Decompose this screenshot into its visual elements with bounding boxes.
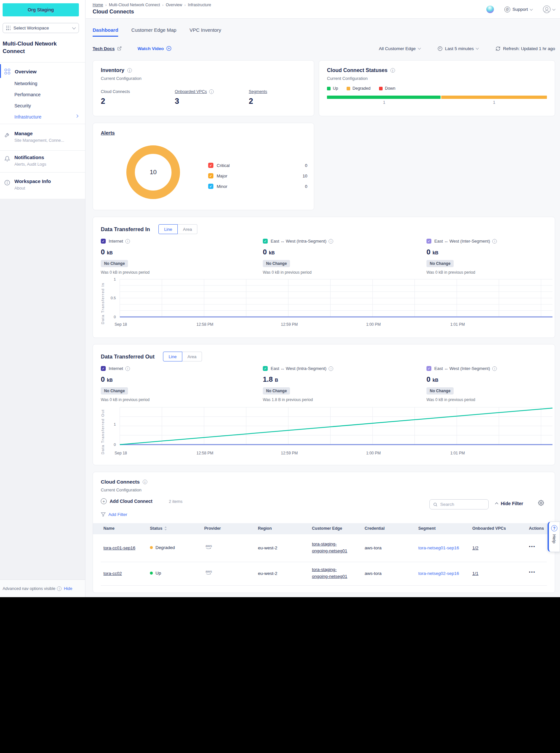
alerts-donut-chart: 10 xyxy=(126,145,180,199)
onboarded-vpcs-link[interactable]: Onboarded VPCs xyxy=(175,90,207,94)
info-icon[interactable] xyxy=(125,239,130,243)
tab-dashboard[interactable]: Dashboard xyxy=(93,27,118,37)
add-cloud-connect-button[interactable]: + Add Cloud Connect xyxy=(101,498,153,504)
tab-customer-edge-map[interactable]: Customer Edge Map xyxy=(131,27,176,37)
support-menu[interactable]: @ Support xyxy=(504,6,533,13)
dti-line-area-toggle: Line Area xyxy=(158,224,197,234)
main-area: Home › Multi-Cloud Network Connect › Ove… xyxy=(86,0,560,596)
sidebar-item-workspace-info[interactable]: Workspace Info About xyxy=(0,178,85,191)
row-actions-button[interactable]: ••• xyxy=(529,570,536,575)
info-icon[interactable] xyxy=(492,239,497,243)
change-badge: No Change xyxy=(101,387,128,395)
user-menu[interactable] xyxy=(543,5,555,13)
sidebar-item-performance[interactable]: Performance xyxy=(0,89,85,100)
watch-video-link[interactable]: Watch Video xyxy=(138,46,171,51)
info-icon[interactable] xyxy=(125,366,130,371)
breadcrumb-overview[interactable]: Overview xyxy=(166,3,182,7)
line-toggle[interactable]: Line xyxy=(158,224,178,234)
x-tick: 1:01 PM xyxy=(451,451,465,455)
toolbar: Tech Docs Watch Video All Customer Edge … xyxy=(93,46,555,51)
sort-icon xyxy=(164,527,167,530)
up-bar-segment[interactable] xyxy=(327,96,441,99)
internet-checkbox[interactable]: ✓ xyxy=(101,239,106,243)
info-icon[interactable] xyxy=(209,90,214,94)
area-toggle[interactable]: Area xyxy=(178,224,197,234)
workspace-select[interactable]: Select Workspace xyxy=(3,23,79,33)
items-count: 2 items xyxy=(169,499,183,504)
breadcrumb-mcn[interactable]: Multi-Cloud Network Connect xyxy=(109,3,160,7)
vpcs-link[interactable]: 1/2 xyxy=(472,546,479,550)
minor-checkbox[interactable]: ✓ xyxy=(208,184,214,189)
help-widget[interactable]: ? Help xyxy=(547,521,560,552)
vpcs-link[interactable]: 1/1 xyxy=(472,571,479,576)
breadcrumb-home[interactable]: Home xyxy=(93,3,103,7)
alerts-card: Alerts 10 ✓ Critical 0 ✓ Major xyxy=(93,123,314,210)
dto-inter-metric: ✓East ↔ West (Inter-Segment) 0 kB No Cha… xyxy=(426,366,560,402)
internet-checkbox[interactable]: ✓ xyxy=(101,366,106,371)
cc-name-link[interactable]: tora-cc02 xyxy=(103,571,122,576)
sidebar-item-infrastructure[interactable]: Infrastructure xyxy=(0,111,85,122)
customer-edge-link[interactable]: ongoing-netseg01 xyxy=(312,548,347,553)
product-title: Multi-Cloud Network Connect xyxy=(3,40,78,55)
status-badge: Degraded xyxy=(150,545,175,550)
hide-nav-link[interactable]: Hide xyxy=(64,586,72,591)
critical-checkbox[interactable]: ✓ xyxy=(208,163,214,168)
refresh-button[interactable]: Refresh: Updated 1 hr ago xyxy=(496,46,555,51)
table-settings-button[interactable] xyxy=(538,500,544,507)
customer-edge-link[interactable]: tora-staging- xyxy=(312,567,337,572)
overview-grid-icon xyxy=(5,69,10,74)
row-actions-button[interactable]: ••• xyxy=(529,544,536,549)
y-tick: 1 xyxy=(114,277,116,281)
alerts-title-link[interactable]: Alerts xyxy=(101,130,115,136)
inter-segment-checkbox[interactable]: ✓ xyxy=(426,239,432,243)
sidebar-item-networking[interactable]: Networking xyxy=(0,78,85,89)
sidebar-item-security[interactable]: Security xyxy=(0,100,85,111)
dti-inter-metric: ✓East ↔ West (Inter-Segment) 0 kB No Cha… xyxy=(426,239,560,275)
info-icon[interactable] xyxy=(143,480,147,484)
status-column-sortable[interactable]: Status xyxy=(150,526,167,531)
breadcrumb-infrastructure[interactable]: Infrastructure xyxy=(188,3,211,7)
time-range-select[interactable]: Last 5 minutes xyxy=(438,46,479,51)
page: Org Staging Select Workspace Multi-Cloud… xyxy=(0,0,560,753)
chevron-down-icon xyxy=(476,46,479,49)
search-input[interactable]: Search xyxy=(429,499,489,510)
customer-edge-link[interactable]: ongoing-netseg01 xyxy=(312,574,347,579)
y-tick: 0.5 xyxy=(111,296,116,300)
x-tick: 12:58 PM xyxy=(196,322,213,327)
cc-name-link[interactable]: tora-cc01-sep16 xyxy=(103,546,136,550)
svg-text:aws: aws xyxy=(205,569,212,573)
chevron-down-icon xyxy=(552,7,555,10)
tech-docs-link[interactable]: Tech Docs xyxy=(93,46,122,51)
major-checkbox[interactable]: ✓ xyxy=(208,173,214,178)
customer-edge-link[interactable]: tora-staging- xyxy=(312,541,337,547)
degraded-bar-segment[interactable] xyxy=(441,96,547,99)
y-tick: 1 xyxy=(114,422,116,426)
info-icon[interactable] xyxy=(328,239,333,243)
info-icon[interactable] xyxy=(492,366,497,371)
x-tick: 1:01 PM xyxy=(451,322,465,327)
segments-link[interactable]: Segments xyxy=(249,90,323,94)
customer-edge-filter[interactable]: All Customer Edge xyxy=(379,46,421,51)
segment-link[interactable]: tora-netseg02-sep16 xyxy=(418,571,459,576)
hide-filter-button[interactable]: Hide Filter xyxy=(496,501,523,506)
inter-segment-checkbox[interactable]: ✓ xyxy=(426,366,432,371)
sidebar-item-notifications[interactable]: Notifications Alerts, Audit Logs xyxy=(0,155,85,167)
intra-segment-checkbox[interactable]: ✓ xyxy=(263,366,268,371)
info-icon[interactable] xyxy=(391,68,395,73)
sidebar-item-manage[interactable]: Manage Site Management, Conne... xyxy=(0,131,85,143)
area-toggle[interactable]: Area xyxy=(182,352,202,361)
dti-intra-metric: ✓East ↔ West (Intra-Segment) 0 kB No Cha… xyxy=(263,239,400,275)
org-staging-button[interactable]: Org Staging xyxy=(3,3,79,16)
breadcrumb: Home › Multi-Cloud Network Connect › Ove… xyxy=(93,3,211,7)
sidebar-item-overview[interactable]: Overview xyxy=(0,62,85,78)
org-avatar[interactable] xyxy=(486,5,494,13)
add-filter-button[interactable]: Add Filter xyxy=(101,512,127,517)
tab-vpc-inventory[interactable]: VPC Inventory xyxy=(189,27,221,37)
change-badge: No Change xyxy=(426,260,454,267)
intra-segment-checkbox[interactable]: ✓ xyxy=(263,239,268,243)
info-icon[interactable] xyxy=(328,366,333,371)
info-icon[interactable] xyxy=(127,68,132,73)
line-toggle[interactable]: Line xyxy=(163,352,182,361)
y-tick: 0 xyxy=(114,443,116,447)
segment-link[interactable]: tora-netseg01-sep16 xyxy=(418,546,459,550)
